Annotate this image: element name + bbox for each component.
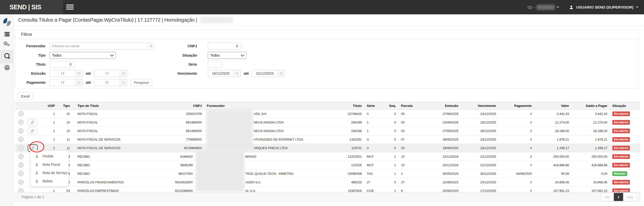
cell-vencimento: 16/12/2025 (461, 120, 499, 124)
row-detail-search-button[interactable] (18, 179, 24, 185)
fornecedor-search-button[interactable] (148, 43, 155, 50)
table-row: 114RECIBO6186402BRAVO12202501MUT11023/12… (15, 152, 640, 161)
app-window: SEND | SIS (1) - USUARIO SEND (SUPERVISO… (0, 0, 644, 206)
sidebar-item-settings[interactable]: ⚙⚙ (0, 42, 14, 48)
cell-vencimento: 24/12/2025 (461, 112, 499, 116)
filters-panel-title: Filtros (15, 30, 638, 39)
pagamento-from-input[interactable] (50, 79, 76, 86)
column-header-tipo: Tipo (57, 104, 72, 108)
titulo-input[interactable] (50, 61, 75, 68)
sidebar-item-search[interactable] (0, 53, 14, 58)
row-attachment-button[interactable] (28, 119, 37, 126)
cnpj-input[interactable] (208, 43, 241, 50)
row-detail-search-button[interactable] (18, 137, 24, 142)
cell-pagamento: // (499, 129, 534, 133)
sidebar-item-modules[interactable] (0, 31, 14, 37)
cell-uop: 1 (42, 138, 57, 141)
app-logo[interactable] (2, 17, 12, 27)
pagamento-to-input[interactable] (94, 79, 120, 86)
menu-item-label: Pedido (43, 154, 54, 158)
cell-situacao: Em aberto (610, 180, 640, 185)
pagamento-to-calendar-button[interactable] (120, 79, 127, 86)
cell-serie: MUT (364, 163, 387, 167)
serie-label: Série (162, 62, 197, 66)
cell-tipo: 11 (57, 146, 72, 150)
print-icon (4, 65, 10, 71)
chevron-down-icon (241, 53, 244, 57)
pesquisar-button[interactable]: Pesquisar (131, 79, 152, 86)
menu-item-nota-de-servico[interactable]: Nota de Serviço (30, 169, 68, 177)
row-detail-search-button[interactable] (18, 111, 24, 116)
cell-situacao: Em aberto (610, 120, 640, 125)
menu-item-boleto[interactable]: Boleto (30, 177, 68, 185)
cell-serie: 1 (364, 120, 387, 124)
cell-seq: 0 (387, 138, 398, 141)
status-badge: Em aberto (612, 111, 630, 116)
cell-valor: 1.979,21 (534, 138, 572, 141)
menu-toggle-icon[interactable] (66, 5, 74, 10)
cell-serie: 1 (364, 129, 387, 133)
menu-item-pedido[interactable]: Pedido (30, 152, 68, 160)
cell-titulo: 294299 (336, 120, 364, 124)
tipo-select[interactable]: Todos (50, 52, 116, 59)
row-detail-search-button[interactable] (18, 128, 24, 134)
calendar-icon (77, 72, 81, 75)
vencimento-from-input[interactable] (208, 70, 234, 77)
company-selector[interactable]: (1) - (528, 5, 559, 10)
row-attachment-button[interactable] (28, 128, 37, 134)
cell-cnpj: 775699500 (161, 138, 204, 141)
vencimento-label: Vencimento (162, 71, 197, 75)
cell-saldo: 1.979,21 (572, 138, 610, 141)
pagamento-from-calendar-button[interactable] (76, 79, 83, 86)
cell-tipo_titulo: RECIBO (72, 163, 161, 167)
cell-situacao: Em aberto (610, 111, 640, 116)
cell-titulo: 119731 (336, 146, 364, 150)
table-row: 111NOTA FISCAL DE SERVICOS6576984600ARQU… (15, 144, 640, 152)
sidebar-item-print[interactable] (0, 65, 14, 71)
emissao-to-input[interactable] (94, 70, 120, 77)
column-header-uop: UOP (42, 104, 57, 108)
row-detail-search-button[interactable] (18, 162, 24, 168)
row-detail-search-button[interactable] (18, 145, 24, 151)
pagination-page-1-button[interactable]: 1 (614, 193, 623, 201)
pagination-next-button[interactable]: Seg (623, 193, 637, 201)
emissao-from-input[interactable] (50, 70, 76, 77)
cell-vencimento: 30/12/2025 (461, 172, 499, 176)
emissao-from-calendar-button[interactable] (76, 70, 83, 77)
user-menu[interactable]: USUARIO SEND (SUPERVISOR) (569, 5, 638, 10)
settings-gears-icon: ⚙⚙ (4, 42, 10, 48)
cell-pagamento: // (499, 120, 534, 124)
situacao-select[interactable]: Todos (208, 52, 246, 59)
cell-tipo: 11 (57, 138, 72, 141)
vencimento-to-calendar-button[interactable] (278, 70, 285, 77)
row-detail-search-button[interactable] (18, 119, 24, 125)
vencimento-from-calendar-button[interactable] (234, 70, 241, 77)
row-detail-search-button[interactable] (18, 154, 24, 159)
cell-valor: 24.856,45 (534, 180, 572, 184)
column-header-fornecedor: Fornecedor (204, 104, 336, 108)
paperclip-icon (31, 120, 34, 124)
status-badge: Em aberto (612, 163, 630, 168)
pagination-prev-button[interactable]: Ant (601, 193, 614, 201)
cell-cnpj: 691489300 (161, 120, 204, 124)
row-detail-search-button[interactable] (18, 171, 24, 176)
vencimento-to-input[interactable] (252, 70, 278, 77)
cell-titulo: 23098306 (336, 172, 364, 176)
cell-situacao: Em aberto (610, 146, 640, 150)
emissao-to-calendar-button[interactable] (120, 70, 127, 77)
menu-item-nota-fiscal[interactable]: Nota Fiscal (30, 160, 68, 169)
serie-input[interactable] (208, 61, 222, 68)
cell-serie: 0 (364, 112, 387, 116)
cell-tipo: 10 (57, 112, 72, 116)
table-footer: Página 1 de 1 Ant 1 Seg (15, 192, 640, 202)
cell-vencimento: 26/12/2025 (461, 129, 499, 133)
table-head: UOPTipoTipo de TítuloCNPJFornecedorTítul… (15, 102, 640, 110)
fornecedor-input[interactable] (50, 43, 148, 50)
menu-item-label: Nota de Serviço (43, 171, 68, 175)
excel-export-button[interactable]: Excel (18, 92, 33, 100)
cell-pagamento: // (499, 180, 534, 184)
cell-uop: 1 (42, 146, 57, 150)
cell-emissao: 27/06/2025 (428, 112, 461, 116)
status-badge: Em aberto (612, 154, 630, 159)
cell-uop: 1 (42, 129, 57, 133)
